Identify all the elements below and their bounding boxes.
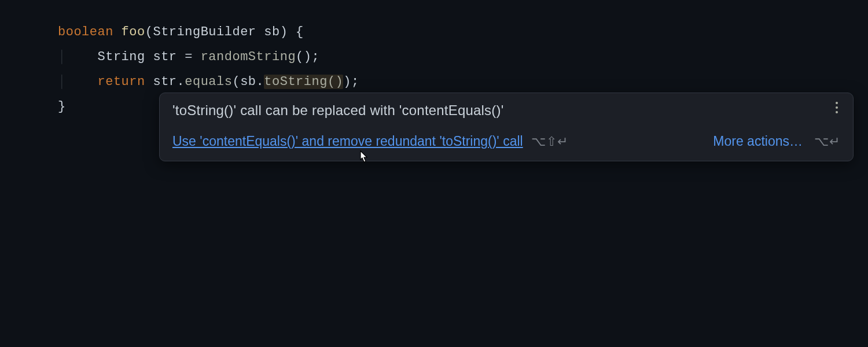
code-text: (); <box>296 50 319 64</box>
keyword-return: return <box>98 75 145 89</box>
quickfix-link[interactable]: Use 'contentEquals()' and remove redunda… <box>172 134 523 149</box>
inspection-title: 'toString()' call can be replaced with '… <box>172 102 840 119</box>
method-name-foo: foo <box>113 25 145 39</box>
code-line-1: boolean foo(StringBuilder sb) { <box>58 20 868 45</box>
code-text: (sb. <box>232 75 264 89</box>
code-text: } <box>58 99 66 114</box>
inspection-warning-toString[interactable]: toString() <box>264 75 343 89</box>
code-line-3: │ return str.equals(sb.toString()); <box>58 70 868 95</box>
indent <box>66 50 98 64</box>
code-text: ); <box>343 75 359 89</box>
more-options-icon[interactable] <box>831 100 843 115</box>
code-text: str. <box>145 75 185 89</box>
quickfix-shortcut: ⌥⇧↵ <box>531 134 568 149</box>
code-line-2: │ String str = randomString(); <box>58 45 868 70</box>
indent <box>66 75 98 89</box>
code-text: String str = <box>98 50 201 64</box>
indent-guide: │ <box>58 75 66 89</box>
indent-guide: │ <box>58 50 66 64</box>
inspection-tooltip: 'toString()' call can be replaced with '… <box>159 93 854 161</box>
more-actions-link[interactable]: More actions… <box>713 134 803 149</box>
method-call-randomString: randomString <box>201 50 296 64</box>
code-text: (StringBuilder sb) { <box>145 25 304 39</box>
tooltip-actions-row: Use 'contentEquals()' and remove redunda… <box>172 134 840 149</box>
method-call-equals: equals <box>185 75 232 89</box>
keyword-boolean: boolean <box>58 25 113 39</box>
more-actions-shortcut: ⌥↵ <box>814 134 840 149</box>
